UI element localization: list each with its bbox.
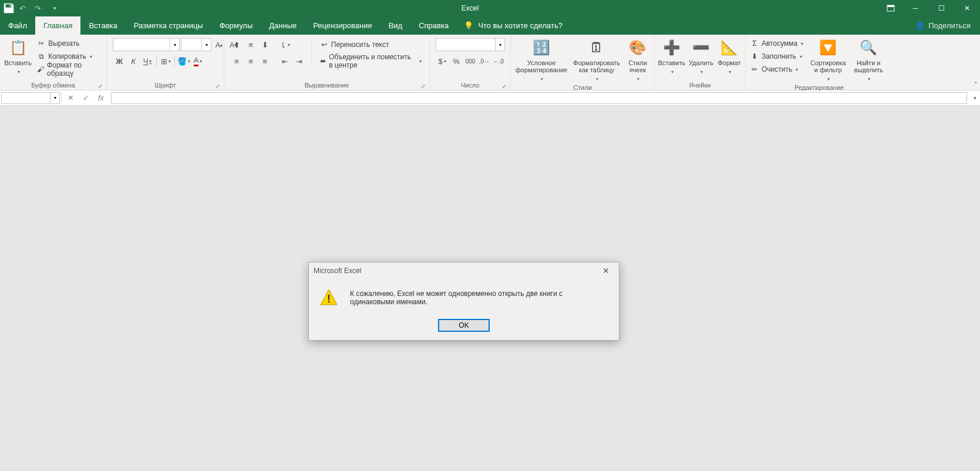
dialog-title: Microsoft Excel	[314, 267, 361, 275]
warning-icon: !	[319, 288, 338, 307]
error-dialog: Microsoft Excel ✕ ! К сожалению, Excel н…	[308, 262, 619, 341]
dialog-close-icon[interactable]: ✕	[598, 266, 614, 275]
dialog-ok-button[interactable]: OK	[438, 319, 490, 332]
svg-text:!: !	[327, 293, 331, 305]
dialog-message: К сожалению, Excel не может одновременно…	[350, 290, 608, 306]
